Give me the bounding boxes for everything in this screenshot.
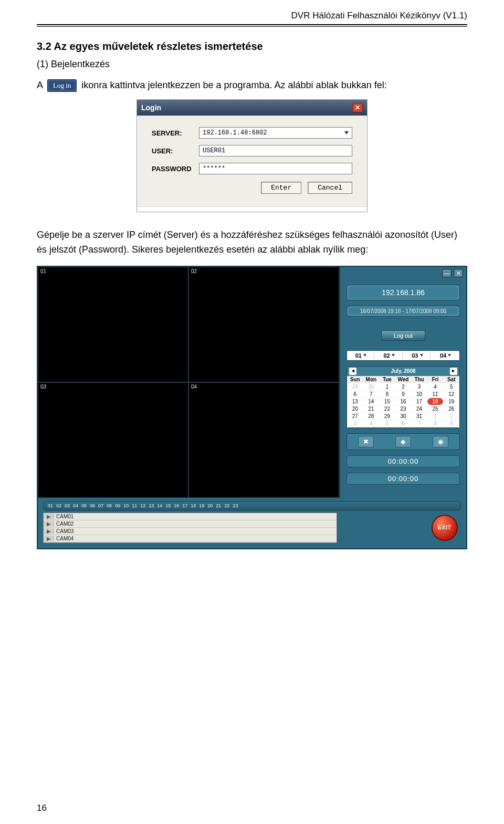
calendar-day[interactable]: 21: [363, 405, 380, 413]
timeline-tick: 03: [64, 503, 71, 508]
video-cell-02[interactable]: 02: [188, 267, 339, 382]
calendar-day[interactable]: 12: [443, 391, 459, 398]
video-cell-03[interactable]: 03: [38, 382, 188, 498]
step-label: (1) Bejelentkezés: [37, 59, 467, 70]
calendar-day[interactable]: 3: [411, 383, 427, 391]
calendar-day[interactable]: 5: [443, 383, 459, 391]
calendar-day[interactable]: 16: [395, 398, 412, 405]
video-cell-01[interactable]: 01: [38, 267, 188, 382]
calendar-day[interactable]: 24: [411, 405, 427, 413]
cancel-button[interactable]: Cancel: [308, 182, 352, 194]
calendar-day[interactable]: 10: [411, 391, 427, 398]
calendar-day[interactable]: 26: [443, 405, 459, 413]
calendar-day[interactable]: 17: [411, 398, 427, 405]
calendar-day[interactable]: 1: [427, 413, 444, 420]
close-icon[interactable]: ✕: [352, 103, 363, 112]
calendar-day[interactable]: 28: [363, 413, 380, 420]
calendar-dow: Sat: [443, 376, 459, 383]
timeline-tick: 14: [156, 503, 163, 508]
timeline-tick: 17: [181, 503, 188, 508]
calendar-day[interactable]: 8: [379, 391, 395, 398]
calendar-day[interactable]: 9: [395, 391, 412, 398]
calendar-day[interactable]: 4: [363, 420, 380, 427]
calendar-day[interactable]: 14: [363, 398, 380, 405]
dvr-top: 01 02 03 04 — ✕ 192.168.1.86 16/07/2008 …: [38, 267, 466, 498]
calendar-day[interactable]: 3: [347, 420, 363, 427]
password-value: ******: [203, 165, 225, 172]
calendar-day[interactable]: 31: [411, 413, 427, 420]
calendar-day[interactable]: 27: [347, 413, 363, 420]
dvr-bottom: 0102030405060708091011121314151617181920…: [38, 498, 466, 548]
calendar-day[interactable]: 20: [347, 405, 363, 413]
calendar-day[interactable]: 6: [347, 391, 363, 398]
chevron-down-icon: [420, 354, 423, 357]
calendar-day[interactable]: 1: [379, 383, 395, 391]
play-small-icon[interactable]: ▶: [44, 528, 54, 534]
timeline-tick: 16: [173, 503, 180, 508]
channel-04[interactable]: 04: [433, 352, 458, 359]
password-input[interactable]: ******: [199, 163, 352, 174]
close-window-icon[interactable]: ✕: [454, 269, 463, 277]
calendar-dow: Wed: [395, 376, 412, 383]
calendar-day[interactable]: 15: [379, 398, 395, 405]
calendar-day[interactable]: 13: [347, 398, 363, 405]
password-row: PASSWORD ******: [152, 163, 352, 174]
calendar-prev-icon[interactable]: ◂: [349, 368, 356, 375]
calendar-day[interactable]: 19: [443, 398, 459, 405]
calendar-day[interactable]: 23: [395, 405, 412, 413]
calendar-day[interactable]: 7: [363, 391, 380, 398]
camera-row[interactable]: ▶CAM03: [44, 528, 337, 535]
exit-button[interactable]: EXIT: [432, 515, 458, 541]
timeline-tick: 07: [97, 503, 104, 508]
calendar-day[interactable]: 11: [427, 391, 444, 398]
user-input[interactable]: USER01: [199, 145, 352, 157]
calendar-day[interactable]: 4: [427, 383, 444, 391]
timeline-tick: 08: [106, 503, 113, 508]
calendar-day[interactable]: 2: [395, 383, 412, 391]
enter-button[interactable]: Enter: [261, 182, 301, 194]
play-small-icon[interactable]: ▶: [44, 536, 54, 541]
camera-row[interactable]: ▶CAM04: [44, 535, 337, 543]
calendar-day[interactable]: 8: [427, 420, 444, 427]
chevron-down-icon[interactable]: [344, 131, 349, 134]
calendar-next-icon[interactable]: ▸: [450, 368, 457, 375]
play-icon[interactable]: ◆: [395, 436, 411, 447]
calendar-day[interactable]: 29: [379, 413, 395, 420]
channel-03[interactable]: 03: [405, 352, 431, 359]
channel-02[interactable]: 02: [376, 352, 403, 359]
camera-row[interactable]: ▶CAM02: [44, 520, 337, 528]
channel-label: 04: [440, 352, 446, 359]
timeline-ruler[interactable]: 0102030405060708091011121314151617181920…: [43, 501, 461, 510]
calendar-day[interactable]: 5: [379, 420, 395, 427]
page-header: DVR Hálózati Felhasználói Kézikönyv (V1.…: [37, 11, 467, 24]
paragraph-2: Gépelje be a szerver IP címét (Server) é…: [37, 228, 467, 257]
calendar-day[interactable]: 7: [411, 420, 427, 427]
calendar-day[interactable]: 29: [347, 383, 363, 391]
calendar-day[interactable]: 22: [379, 405, 395, 413]
calendar-day[interactable]: 2: [443, 413, 459, 420]
calendar-day[interactable]: 9: [443, 420, 459, 427]
calendar-day[interactable]: 6: [395, 420, 412, 427]
video-cell-04[interactable]: 04: [188, 382, 339, 498]
snapshot-icon[interactable]: ◉: [433, 436, 448, 447]
camera-row[interactable]: ▶CAM01: [44, 513, 337, 520]
play-small-icon[interactable]: ▶: [44, 521, 54, 527]
chevron-down-icon: [392, 354, 395, 357]
timeline-tick: 22: [223, 503, 230, 508]
logout-button[interactable]: Log out: [381, 330, 425, 341]
timeline-tick: 18: [190, 503, 197, 508]
server-input[interactable]: 192.168.1.48:6802: [199, 127, 352, 139]
header-rule: [37, 24, 467, 27]
camera-name: CAM03: [54, 528, 74, 534]
camera-name: CAM04: [54, 536, 74, 541]
calendar-day[interactable]: 25: [427, 405, 444, 413]
minimize-icon[interactable]: —: [442, 269, 452, 277]
calendar-dow: Tue: [379, 376, 395, 383]
channel-01[interactable]: 01: [348, 352, 374, 359]
calendar-day[interactable]: 18: [427, 398, 444, 405]
delete-icon[interactable]: ✖: [358, 436, 374, 447]
play-small-icon[interactable]: ▶: [44, 514, 54, 519]
calendar-dow: Thu: [411, 376, 427, 383]
calendar-day[interactable]: 30: [363, 383, 380, 391]
calendar-day[interactable]: 30: [395, 413, 412, 420]
